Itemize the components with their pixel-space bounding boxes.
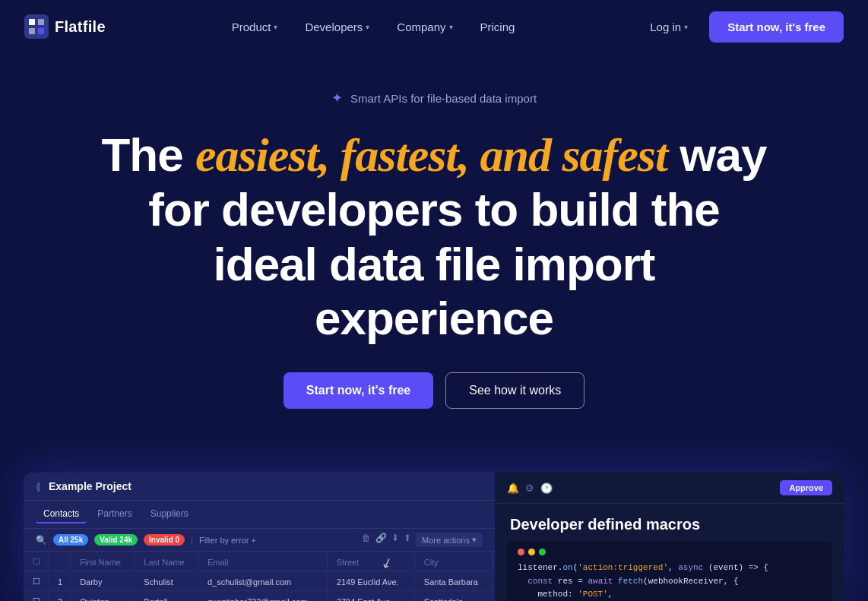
chevron-down-icon: ▾ xyxy=(684,23,688,31)
code-panel-header: 🔔 ⚙ 🕐 Approve xyxy=(495,473,844,504)
nav-item-pricing[interactable]: Pricing xyxy=(470,14,526,40)
delete-icon[interactable]: 🗑 xyxy=(362,533,371,547)
badge-invalid[interactable]: Invalid 0 xyxy=(144,534,185,546)
filter-button[interactable]: Filter by error + xyxy=(199,536,256,545)
download-icon[interactable]: ⬇ xyxy=(391,533,399,547)
col-city: City xyxy=(417,553,493,571)
see-how-button[interactable]: See how it works xyxy=(445,372,584,409)
data-table: ☐ First Name Last Name Email Street City… xyxy=(24,552,495,601)
nav-item-developers[interactable]: Developers ▾ xyxy=(294,14,380,40)
col-email: Email xyxy=(200,553,328,571)
dot-red xyxy=(518,549,524,555)
code-line-2: const res = await fetch(webhookReceiver,… xyxy=(518,575,822,589)
code-header-icons: 🔔 ⚙ 🕐 xyxy=(507,482,553,494)
demo-header: ⟪ Example Project xyxy=(24,473,495,501)
toolbar-actions: 🗑 🔗 ⬇ ⬆ More actions ▾ xyxy=(362,533,483,547)
demo-tabs: Contacts Partners Suppliers xyxy=(24,501,495,529)
chevron-down-icon: ▾ xyxy=(449,23,453,31)
tab-suppliers[interactable]: Suppliers xyxy=(143,505,196,524)
start-now-button[interactable]: Start now, it's free xyxy=(284,372,433,409)
chevron-down-icon: ▾ xyxy=(274,23,277,31)
toolbar: 🔍 All 25k Valid 24k Invalid 0 | Filter b… xyxy=(24,529,495,552)
hero-buttons: Start now, it's free See how it works xyxy=(284,372,584,409)
col-street: Street xyxy=(329,553,415,571)
dot-green xyxy=(539,549,546,555)
code-line-1: listener.on('action:triggered', async (e… xyxy=(518,561,822,575)
hero-badge: ✦ Smart APIs for file-based data import xyxy=(331,90,537,106)
macro-title: Developer defined macros xyxy=(495,504,844,541)
logo-area: Flatfile xyxy=(24,14,106,39)
hero-highlight: easiest, fastest, and safest xyxy=(195,129,667,181)
link-icon[interactable]: 🔗 xyxy=(375,533,387,547)
badge-all[interactable]: All 25k xyxy=(53,534,88,546)
hero-section: ✦ Smart APIs for file-based data import … xyxy=(0,53,868,473)
bell-icon[interactable]: 🔔 xyxy=(507,482,519,494)
col-check: ☐ xyxy=(25,553,49,571)
navbar: Flatfile Product ▾ Developers ▾ Company … xyxy=(0,0,868,53)
spreadsheet-panel: ⟪ Example Project Contacts Partners Supp… xyxy=(24,473,495,601)
code-window: listener.on('action:triggered', async (e… xyxy=(507,541,832,601)
code-content: listener.on('action:triggered', async (e… xyxy=(518,561,822,601)
collapse-icon: ⟪ xyxy=(36,481,41,492)
table-row: ☐ 2 Quinton Bartell quentinbar723@gmail.… xyxy=(25,593,493,601)
col-rownum xyxy=(50,553,71,571)
nav-item-product[interactable]: Product ▾ xyxy=(221,14,289,40)
svg-rect-1 xyxy=(29,19,35,25)
chevron-down-icon: ▾ xyxy=(472,535,477,545)
code-line-3: method: 'POST', xyxy=(518,588,822,601)
tab-contacts[interactable]: Contacts xyxy=(36,505,87,524)
cta-button[interactable]: Start now, it's free xyxy=(709,11,844,43)
col-lastname: Last Name xyxy=(136,553,198,571)
clock-icon[interactable]: 🕐 xyxy=(540,482,553,494)
svg-rect-2 xyxy=(38,19,44,25)
demo-area: ⟪ Example Project Contacts Partners Supp… xyxy=(24,473,844,601)
window-dots xyxy=(518,549,822,555)
approve-button[interactable]: Approve xyxy=(780,480,832,495)
project-title: Example Project xyxy=(49,480,131,492)
dot-yellow xyxy=(528,549,535,555)
search-icon[interactable]: 🔍 xyxy=(36,535,47,546)
login-button[interactable]: Log in ▾ xyxy=(641,14,697,40)
svg-rect-3 xyxy=(29,28,35,34)
brand-name: Flatfile xyxy=(55,18,106,36)
diamond-icon: ✦ xyxy=(331,90,343,106)
hero-title: The easiest, fastest, and safest way for… xyxy=(100,128,768,345)
logo-icon xyxy=(24,14,49,39)
more-actions-button[interactable]: More actions ▾ xyxy=(416,533,483,547)
svg-rect-4 xyxy=(38,28,44,34)
tab-partners[interactable]: Partners xyxy=(90,505,139,524)
chevron-down-icon: ▾ xyxy=(366,23,369,31)
svg-rect-0 xyxy=(24,14,49,39)
code-panel: 🔔 ⚙ 🕐 Approve Developer defined macros l… xyxy=(495,473,844,601)
table-row: ☐ 1 Darby Schulist d_schulist@gmail.com … xyxy=(25,573,493,591)
nav-right: Log in ▾ Start now, it's free xyxy=(641,11,844,43)
upload-icon[interactable]: ⬆ xyxy=(404,533,411,547)
settings-icon[interactable]: ⚙ xyxy=(525,482,534,494)
nav-item-company[interactable]: Company ▾ xyxy=(386,14,463,40)
col-firstname: First Name xyxy=(72,553,135,571)
badge-valid[interactable]: Valid 24k xyxy=(94,534,138,546)
nav-menu: Product ▾ Developers ▾ Company ▾ Pricing xyxy=(221,14,526,40)
